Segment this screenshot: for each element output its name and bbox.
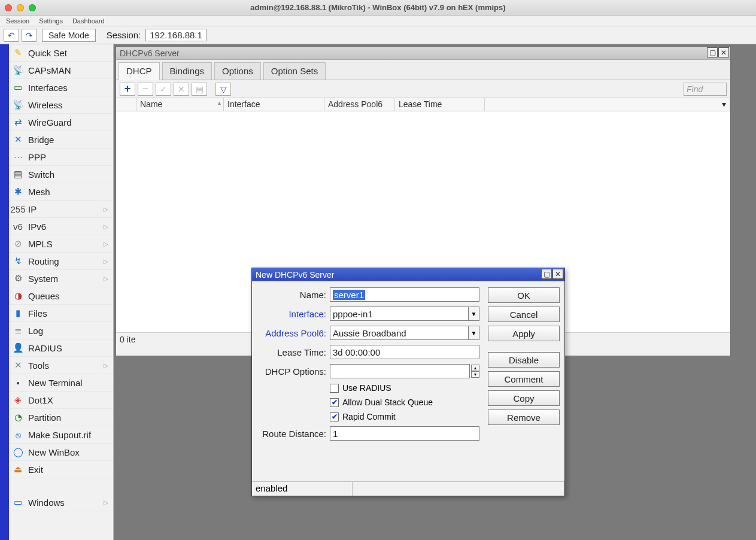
- rapid-commit-label: Rapid Commit: [342, 412, 396, 421]
- redo-button[interactable]: ↷: [22, 29, 37, 42]
- sidebar-label: Files: [28, 308, 47, 318]
- ip-icon: 255: [11, 204, 25, 214]
- dialog-title-bar[interactable]: New DHCPv6 Server ▢ ✕: [252, 268, 564, 281]
- sidebar-item-system[interactable]: ⚙System▷: [9, 270, 113, 287]
- dhcpv6-close-icon[interactable]: ✕: [718, 47, 729, 57]
- dialog-close-icon[interactable]: ✕: [552, 269, 563, 279]
- chevron-right-icon: ▷: [104, 275, 108, 282]
- col-name[interactable]: Name▴: [136, 98, 224, 111]
- comment-button[interactable]: Comment: [488, 371, 560, 387]
- sidebar-item-routing[interactable]: ↯Routing▷: [9, 253, 113, 270]
- tools-icon: ✕: [11, 360, 25, 371]
- dhcpv6-window-title-text: DHCPv6 Server: [120, 48, 180, 58]
- apply-button[interactable]: Apply: [488, 326, 560, 341]
- enable-button[interactable]: ✓: [156, 83, 171, 96]
- sidebar-item-interfaces[interactable]: ▭Interfaces: [9, 79, 113, 96]
- tab-options[interactable]: Options: [214, 62, 261, 80]
- menu-dashboard[interactable]: Dashboard: [72, 17, 105, 25]
- interface-input[interactable]: pppoe-in1: [330, 307, 469, 321]
- interface-dropdown-icon[interactable]: ▼: [469, 307, 479, 321]
- tab-bindings[interactable]: Bindings: [162, 62, 212, 80]
- use-radius-checkbox[interactable]: [330, 384, 339, 393]
- sidebar-item-files[interactable]: ▮Files: [9, 305, 113, 322]
- window-titlebar: admin@192.168.88.1 (MikroTik) - WinBox (…: [0, 0, 756, 16]
- new-winbox-icon: ◯: [11, 447, 25, 457]
- add-button[interactable]: +: [120, 83, 135, 96]
- menu-settings[interactable]: Settings: [39, 17, 63, 25]
- copy-button[interactable]: Copy: [488, 390, 560, 406]
- dialog-status-bar: enabled: [252, 481, 564, 496]
- sidebar-label: System: [28, 274, 58, 284]
- sidebar-item-switch[interactable]: ▤Switch: [9, 166, 113, 183]
- undo-button[interactable]: ↶: [4, 29, 19, 42]
- remove-button[interactable]: −: [138, 83, 153, 96]
- sidebar-item-partition[interactable]: ◔Partition: [9, 409, 113, 426]
- sidebar-item-radius[interactable]: 👤RADIUS: [9, 339, 113, 357]
- chevron-right-icon: ▷: [104, 223, 108, 230]
- rapid-commit-checkbox[interactable]: ✔: [330, 412, 339, 421]
- dhcp-options-input[interactable]: [330, 364, 470, 378]
- sidebar-item-wireless[interactable]: 📡Wireless: [9, 96, 113, 114]
- sidebar-item-ipv6[interactable]: v6IPv6▷: [9, 218, 113, 235]
- sidebar-item-ppp[interactable]: ⋯PPP: [9, 148, 113, 166]
- new-terminal-icon: ▪: [11, 377, 25, 388]
- switch-icon: ▤: [11, 169, 25, 180]
- quick-set-icon: ✎: [11, 47, 25, 58]
- sidebar-item-mesh[interactable]: ✱Mesh: [9, 183, 113, 201]
- sidebar-item-log[interactable]: ≣Log: [9, 322, 113, 339]
- dhcpv6-window-title[interactable]: DHCPv6 Server ▢ ✕: [116, 47, 730, 60]
- comment-button[interactable]: ▤: [192, 83, 207, 96]
- minimize-dot[interactable]: [17, 4, 24, 11]
- new-dhcpv6-dialog: New DHCPv6 Server ▢ ✕ Name: server1 Inte…: [251, 268, 565, 496]
- sidebar-item-windows[interactable]: ▭Windows▷: [9, 494, 113, 511]
- tab-dhcp[interactable]: DHCP: [119, 62, 160, 80]
- session-value[interactable]: 192.168.88.1: [145, 29, 207, 41]
- disable-button[interactable]: Disable: [488, 352, 560, 368]
- sidebar-item-bridge[interactable]: ✕Bridge: [9, 131, 113, 148]
- route-distance-label: Route Distance:: [256, 429, 326, 439]
- find-input[interactable]: Find: [684, 83, 727, 96]
- dhcpv6-minimize-icon[interactable]: ▢: [707, 47, 718, 57]
- ppp-icon: ⋯: [11, 151, 25, 162]
- tab-option-sets[interactable]: Option Sets: [263, 62, 326, 80]
- sidebar-item-exit[interactable]: ⏏Exit: [9, 461, 113, 478]
- sidebar-label: Make Supout.rif: [28, 430, 91, 440]
- pool-input[interactable]: Aussie Broadband: [330, 326, 469, 340]
- route-distance-input[interactable]: 1: [330, 426, 479, 441]
- col-pool[interactable]: Address Pool6: [324, 98, 395, 111]
- sidebar-item-dot1x[interactable]: ◈Dot1X: [9, 392, 113, 409]
- pool-dropdown-icon[interactable]: ▼: [469, 326, 479, 340]
- col-flag[interactable]: [116, 98, 136, 111]
- sidebar-label: PPP: [28, 152, 46, 162]
- close-dot[interactable]: [5, 4, 12, 11]
- sidebar-item-capsman[interactable]: 📡CAPsMAN: [9, 62, 113, 79]
- dialog-minimize-icon[interactable]: ▢: [541, 269, 552, 279]
- lease-input[interactable]: 3d 00:00:00: [330, 345, 479, 359]
- filter-button[interactable]: ▽: [215, 83, 231, 96]
- session-label: Session:: [107, 30, 141, 40]
- safe-mode-button[interactable]: Safe Mode: [42, 29, 96, 42]
- system-icon: ⚙: [11, 273, 25, 284]
- sidebar-item-tools[interactable]: ✕Tools▷: [9, 357, 113, 374]
- ok-button[interactable]: OK: [488, 287, 560, 303]
- sidebar-item-wireguard[interactable]: ⇄WireGuard: [9, 114, 113, 131]
- disable-button[interactable]: ✕: [174, 83, 189, 96]
- sidebar-item-new-terminal[interactable]: ▪New Terminal: [9, 374, 113, 392]
- dhcp-options-spinner[interactable]: ▴▾: [471, 365, 479, 378]
- sidebar-item-queues[interactable]: ◑Queues: [9, 287, 113, 305]
- remove-button[interactable]: Remove: [488, 409, 560, 425]
- zoom-dot[interactable]: [29, 4, 36, 11]
- name-input[interactable]: server1: [330, 287, 479, 302]
- sidebar-item-mpls[interactable]: ⊘MPLS▷: [9, 235, 113, 253]
- chevron-right-icon: ▷: [104, 499, 108, 506]
- dual-stack-checkbox[interactable]: ✔: [330, 398, 339, 407]
- menu-session[interactable]: Session: [6, 17, 29, 25]
- sidebar-item-ip[interactable]: 255IP▷: [9, 201, 113, 218]
- col-menu[interactable]: ▾: [485, 98, 730, 111]
- sidebar-item-new-winbox[interactable]: ◯New WinBox: [9, 444, 113, 461]
- sidebar-item-quick-set[interactable]: ✎Quick Set: [9, 44, 113, 62]
- cancel-button[interactable]: Cancel: [488, 307, 560, 322]
- col-lease[interactable]: Lease Time: [395, 98, 485, 111]
- col-interface[interactable]: Interface: [224, 98, 324, 111]
- sidebar-item-make-supout-rif[interactable]: ⎋Make Supout.rif: [9, 426, 113, 444]
